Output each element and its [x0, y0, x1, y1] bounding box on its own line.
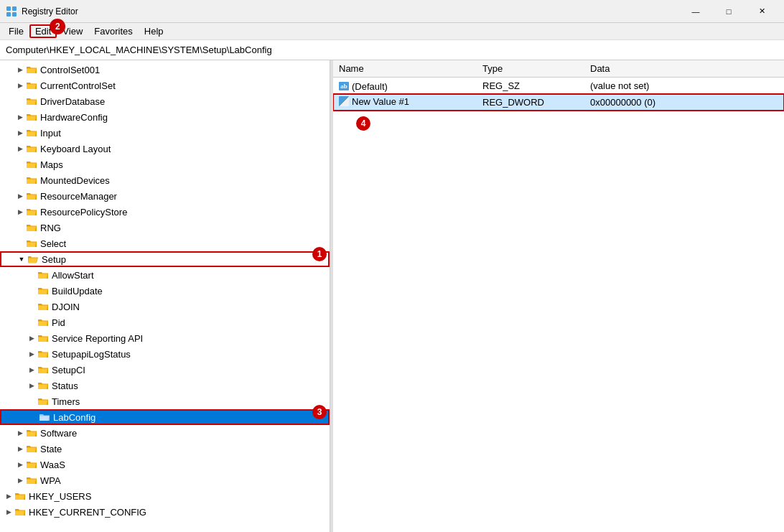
tree-label-input: Input: [40, 128, 61, 139]
dword-icon: [339, 96, 349, 106]
tree-item-wpa[interactable]: ▶ WPA: [0, 472, 330, 488]
reg-data-newvalue1: 0x00000000 (0): [584, 94, 784, 111]
tree-item-hkeycurrentconfig[interactable]: ▶ HKEY_CURRENT_CONFIG: [0, 504, 330, 520]
expand-controlset001[interactable]: ▶: [14, 64, 26, 75]
tree-item-setupci[interactable]: ▶ SetupCI: [0, 362, 330, 378]
tree-item-input[interactable]: ▶ Input: [0, 125, 330, 141]
tree-label-setup: Setup: [42, 254, 66, 265]
expand-hkeyusers[interactable]: ▶: [3, 490, 14, 502]
tree-label-labconfig: LabConfig: [53, 412, 95, 423]
menubar: File Edit 2 View Favorites Help: [0, 23, 784, 40]
tree-item-allowstart[interactable]: AllowStart: [0, 267, 330, 283]
tree-label-status: Status: [52, 381, 78, 391]
svg-rect-0: [6, 6, 11, 11]
ab-icon: ab: [339, 82, 349, 90]
tree-item-status[interactable]: ▶ Status: [0, 378, 330, 393]
expand-setupapilogstatus[interactable]: ▶: [26, 348, 37, 360]
tree-item-labconfig[interactable]: LabConfig 3: [0, 409, 330, 425]
tree-label-driverdatabase: DriverDatabase: [40, 96, 105, 107]
tree-label-controlset001: ControlSet001: [40, 65, 100, 75]
tree-item-resourcepolicystore[interactable]: ▶ ResourcePolicyStore: [0, 204, 330, 220]
tree-item-driverdatabase[interactable]: DriverDatabase: [0, 93, 330, 109]
expand-servicereportingapi[interactable]: ▶: [26, 332, 37, 344]
expand-waas[interactable]: ▶: [14, 459, 26, 470]
tree-label-hardwareconfig: HardwareConfig: [40, 112, 108, 123]
badge-1: 1: [312, 247, 327, 261]
expand-hkeycurrentconfig[interactable]: ▶: [3, 506, 14, 518]
tree-item-mounteddevices[interactable]: MountedDevices: [0, 172, 330, 188]
tree-item-djoin[interactable]: DJOIN: [0, 299, 330, 314]
folder-icon: [37, 270, 49, 280]
menu-edit[interactable]: Edit 2: [29, 24, 57, 38]
registry-row-default[interactable]: ab (Default) REG_SZ (value not set): [333, 78, 784, 94]
tree-item-controlset001[interactable]: ▶ ControlSet001: [0, 62, 330, 78]
tree-label-software: Software: [40, 428, 77, 439]
expand-keyboardlayout[interactable]: ▶: [14, 143, 26, 154]
tree-item-hkeyusers[interactable]: ▶ HKEY_USERS: [0, 488, 330, 504]
expand-currentcontrolset[interactable]: ▶: [14, 80, 26, 91]
expand-hardwareconfig[interactable]: ▶: [14, 111, 26, 123]
expand-status[interactable]: ▶: [26, 380, 37, 391]
folder-icon: [26, 238, 37, 248]
col-data: Data: [584, 60, 784, 78]
maximize-button[interactable]: □: [712, 0, 745, 23]
expand-state[interactable]: ▶: [14, 443, 26, 454]
svg-rect-2: [6, 12, 11, 17]
tree-label-timers: Timers: [52, 396, 80, 407]
expand-resourcepolicystore[interactable]: ▶: [14, 206, 26, 218]
tree-item-setup[interactable]: ▼ Setup 1: [0, 251, 330, 267]
tree-item-currentcontrolset[interactable]: ▶ CurrentControlSet: [0, 78, 330, 93]
tree-item-resourcemanager[interactable]: ▶ ResourceManager: [0, 188, 330, 204]
folder-icon: [14, 507, 26, 517]
folder-icon: [26, 112, 37, 122]
col-name: Name: [333, 60, 477, 78]
tree-item-servicereportingapi[interactable]: ▶ Service Reporting API: [0, 330, 330, 346]
reg-name-newvalue1: New Value #1: [333, 94, 477, 111]
tree-panel[interactable]: ▶ ControlSet001 ▶ CurrentControlSet Driv…: [0, 60, 330, 532]
folder-icon: [37, 349, 49, 359]
main-content: ▶ ControlSet001 ▶ CurrentControlSet Driv…: [0, 60, 784, 532]
expand-wpa[interactable]: ▶: [14, 475, 26, 486]
registry-row-newvalue1[interactable]: New Value #1 REG_DWORD 0x00000000 (0): [333, 94, 784, 111]
folder-icon: [26, 65, 37, 75]
folder-icon: [26, 475, 37, 485]
tree-label-djoin: DJOIN: [52, 302, 80, 312]
svg-rect-1: [12, 6, 17, 11]
expand-software[interactable]: ▶: [14, 427, 26, 439]
tree-item-software[interactable]: ▶ Software: [0, 425, 330, 441]
folder-icon: [26, 80, 37, 90]
tree-item-waas[interactable]: ▶ WaaS: [0, 457, 330, 472]
tree-item-pid[interactable]: Pid: [0, 314, 330, 330]
minimize-button[interactable]: —: [679, 0, 712, 23]
tree-item-maps[interactable]: Maps: [0, 157, 330, 172]
col-type: Type: [477, 60, 584, 78]
menu-file[interactable]: File: [3, 24, 29, 38]
folder-icon-labconfig: [39, 412, 50, 422]
tree-label-wpa: WPA: [40, 475, 61, 486]
tree-item-select[interactable]: Select: [0, 235, 330, 251]
tree-item-buildupdate[interactable]: BuildUpdate: [0, 283, 330, 299]
tree-item-keyboardlayout[interactable]: ▶ Keyboard Layout: [0, 141, 330, 157]
expand-setup[interactable]: ▼: [16, 253, 27, 265]
reg-data-default: (value not set): [584, 78, 784, 94]
tree-item-state[interactable]: ▶ State: [0, 441, 330, 457]
app-icon: [6, 6, 17, 17]
close-button[interactable]: ✕: [745, 0, 778, 23]
tree-item-setupapilogstatus[interactable]: ▶ SetupapiLogStatus: [0, 346, 330, 362]
right-panel: Name Type Data ab (Default) REG_SZ (valu…: [333, 60, 784, 532]
folder-icon: [37, 286, 49, 296]
tree-item-rng[interactable]: RNG: [0, 220, 330, 235]
tree-item-timers[interactable]: Timers: [0, 393, 330, 409]
expand-resourcemanager[interactable]: ▶: [14, 190, 26, 202]
expand-input[interactable]: ▶: [14, 127, 26, 139]
folder-icon: [26, 428, 37, 438]
tree-label-pid: Pid: [52, 317, 65, 328]
folder-icon: [26, 444, 37, 454]
folder-icon: [26, 207, 37, 217]
menu-favorites[interactable]: Favorites: [88, 24, 138, 38]
expand-setupci[interactable]: ▶: [26, 364, 37, 375]
menu-help[interactable]: Help: [139, 24, 169, 38]
tree-item-hardwareconfig[interactable]: ▶ HardwareConfig: [0, 109, 330, 125]
tree-label-select: Select: [40, 238, 66, 249]
folder-icon: [37, 381, 49, 391]
